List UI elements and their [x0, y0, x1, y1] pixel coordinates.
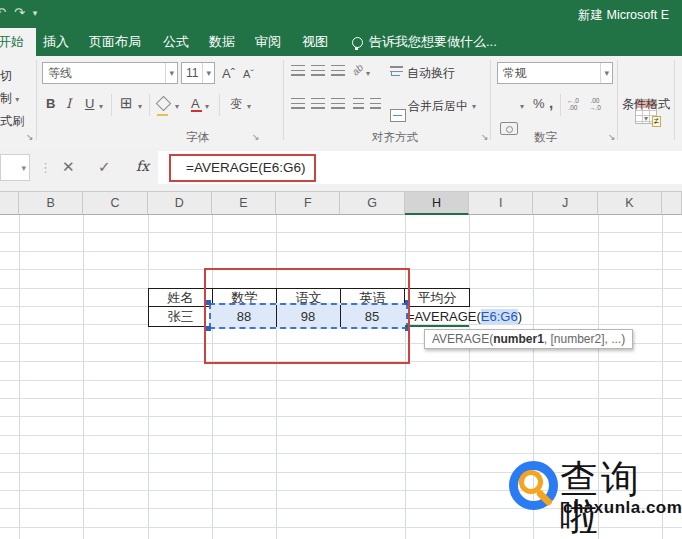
chevron-down-icon[interactable]: ▾: [138, 102, 142, 111]
chevron-down-icon[interactable]: ▾: [175, 102, 179, 111]
underline-button[interactable]: U: [85, 96, 94, 111]
align-left-icon[interactable]: [291, 98, 305, 109]
number-format-combobox[interactable]: 常规 ▾: [497, 62, 613, 84]
column-header-partial[interactable]: [662, 192, 682, 215]
decrease-indent-icon[interactable]: [353, 98, 364, 109]
chevron-down-icon[interactable]: ▾: [472, 102, 476, 111]
column-header[interactable]: I: [469, 192, 533, 215]
font-name-combobox[interactable]: 等线 ▾: [42, 62, 178, 84]
tab-data[interactable]: 数据: [204, 28, 240, 56]
font-name-value: 等线: [48, 65, 72, 82]
tab-formulas[interactable]: 公式: [158, 28, 194, 56]
chevron-down-icon: ▾: [21, 163, 26, 173]
font-group-label: 字体: [186, 130, 209, 145]
percent-style-button[interactable]: %: [533, 96, 545, 111]
cancel-button[interactable]: ✕: [62, 158, 75, 176]
function-tooltip: AVERAGE(number1, [number2], ...): [424, 329, 633, 349]
tell-me-label: 告诉我您想要做什么...: [369, 33, 497, 51]
number-dialog-launcher-icon[interactable]: ↘: [608, 132, 616, 142]
alignment-dialog-launcher-icon[interactable]: ↘: [481, 132, 489, 142]
column-header[interactable]: D: [148, 192, 212, 215]
insert-function-button[interactable]: fx: [136, 158, 149, 174]
format-painter-button[interactable]: 式刷: [0, 113, 24, 130]
align-center-icon[interactable]: [311, 98, 325, 109]
bold-button[interactable]: B: [46, 96, 55, 111]
fill-color-icon[interactable]: [158, 98, 169, 112]
title-bar: ↶ ↷ ▾ 新建 Microsoft E: [0, 0, 682, 28]
align-top-icon[interactable]: [291, 65, 305, 76]
increase-indent-icon[interactable]: [370, 98, 381, 109]
chevron-down-icon[interactable]: ▾: [600, 63, 612, 83]
chevron-down-icon[interactable]: ▾: [205, 102, 209, 111]
comma-style-button[interactable]: ,: [549, 94, 553, 111]
tab-insert[interactable]: 插入: [40, 28, 72, 56]
number-format-value: 常规: [503, 65, 527, 82]
cell-h5[interactable]: 平均分: [404, 288, 470, 307]
redo-icon[interactable]: ↷: [14, 5, 25, 20]
tab-view[interactable]: 视图: [297, 28, 333, 56]
chevron-down-icon[interactable]: ▾: [366, 69, 370, 78]
increase-decimal-icon[interactable]: ←.0.00: [567, 98, 579, 111]
wrap-text-label[interactable]: 自动换行: [407, 65, 455, 82]
column-header-row: B C D E F G H I J K: [0, 192, 682, 215]
conditional-formatting-label[interactable]: 条件格式: [622, 96, 670, 113]
align-middle-icon[interactable]: [311, 65, 325, 76]
tab-home[interactable]: 开始: [0, 28, 36, 56]
column-header-a-sliver[interactable]: [0, 192, 19, 215]
formula-prefix: =AVERAGE(: [407, 309, 481, 324]
formula-bar-row: ▾ ⋮ ✕ ✓ fx =AVERAGE(E6:G6): [0, 148, 682, 192]
column-header[interactable]: J: [533, 192, 597, 215]
excel-window: ↶ ↷ ▾ 新建 Microsoft E 开始 插入 页面布局 公式 数据 审阅…: [0, 0, 682, 539]
chevron-down-icon[interactable]: ▾: [165, 63, 177, 83]
font-size-combobox[interactable]: 11 ▾: [181, 62, 215, 84]
table-annotation-box: [204, 268, 410, 364]
column-header[interactable]: F: [276, 192, 340, 215]
accounting-format-icon[interactable]: [500, 122, 518, 135]
grow-font-button[interactable]: Aˆ: [222, 66, 235, 81]
worksheet[interactable]: B C D E F G H I J K 姓名 数学 语文 英语 平均分 张三 8…: [0, 192, 682, 539]
chevron-down-icon[interactable]: ▾: [247, 102, 251, 111]
align-bottom-icon[interactable]: [331, 65, 345, 76]
column-header-active[interactable]: H: [405, 192, 469, 215]
column-header[interactable]: C: [83, 192, 147, 215]
clipboard-dialog-launcher-icon[interactable]: ↘: [26, 132, 34, 142]
name-box[interactable]: ▾: [0, 154, 30, 181]
orientation-icon[interactable]: ab: [350, 62, 366, 78]
merge-center-label[interactable]: 合并后居中: [408, 98, 468, 115]
column-header[interactable]: E: [212, 192, 276, 215]
tab-review[interactable]: 审阅: [250, 28, 286, 56]
chevron-down-icon: ▾: [15, 95, 19, 104]
align-right-icon[interactable]: [331, 98, 345, 109]
column-header[interactable]: K: [598, 192, 662, 215]
phonetic-guide-button[interactable]: 变: [230, 96, 242, 113]
formula-bar-grip-icon[interactable]: ⋮: [39, 160, 52, 175]
cut-button[interactable]: 切: [0, 68, 12, 85]
alignment-group-label: 对齐方式: [372, 130, 418, 145]
column-header[interactable]: G: [340, 192, 404, 215]
not-equal-icon: ≠: [652, 116, 661, 127]
decrease-decimal-icon[interactable]: .00→.0: [589, 98, 601, 111]
column-header[interactable]: B: [19, 192, 83, 215]
font-dialog-launcher-icon[interactable]: ↘: [252, 132, 260, 142]
chevron-down-icon[interactable]: ▾: [644, 114, 648, 123]
borders-button[interactable]: ⊞: [120, 94, 133, 112]
formula-annotation-box: [169, 154, 316, 182]
ribbon-tab-bar: 开始 插入 页面布局 公式 数据 审阅 视图 告诉我您想要做什么...: [0, 28, 682, 56]
undo-icon[interactable]: ↶: [0, 5, 6, 20]
cell-h6-formula[interactable]: =AVERAGE(E6:G6): [407, 307, 522, 326]
shrink-font-button[interactable]: Aˇ: [243, 68, 254, 80]
font-color-button[interactable]: A: [191, 96, 200, 111]
quick-access-toolbar: ↶ ↷ ▾: [0, 5, 37, 20]
customize-qat-icon[interactable]: ▾: [33, 5, 38, 20]
merge-center-icon[interactable]: [390, 109, 406, 122]
wrap-text-icon[interactable]: [390, 65, 403, 76]
enter-button[interactable]: ✓: [98, 158, 111, 176]
italic-button[interactable]: I: [66, 96, 71, 111]
chevron-down-icon[interactable]: ▾: [520, 102, 524, 111]
watermark-domain: chaxunla.com: [563, 498, 682, 518]
chevron-down-icon[interactable]: ▾: [99, 102, 103, 111]
tell-me-box[interactable]: 告诉我您想要做什么...: [352, 28, 497, 56]
tab-page-layout[interactable]: 页面布局: [84, 28, 146, 56]
chevron-down-icon[interactable]: ▾: [202, 63, 214, 83]
copy-button[interactable]: 制 ▾: [0, 90, 19, 107]
